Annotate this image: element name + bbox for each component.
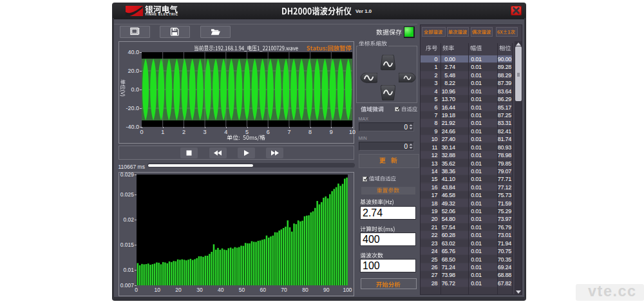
svg-text:Ver 1.0: Ver 1.0: [355, 8, 372, 14]
svg-text:YINHE ELECTRIC: YINHE ELECTRIC: [145, 13, 178, 17]
